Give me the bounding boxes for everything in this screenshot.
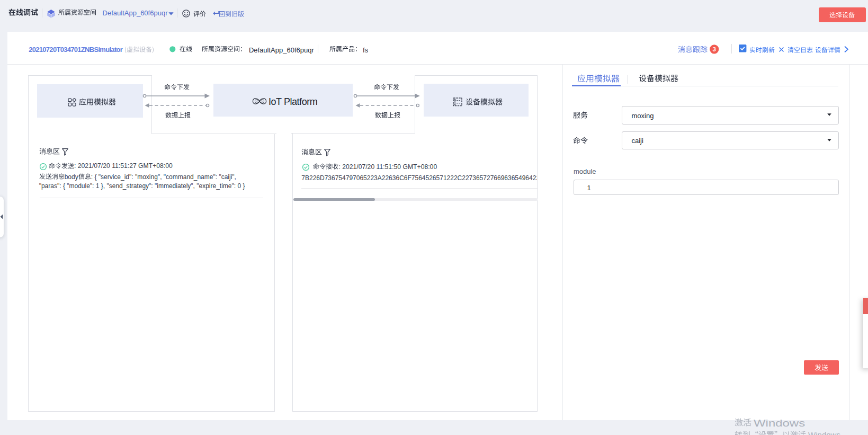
svg-text:3: 3 (713, 46, 716, 52)
